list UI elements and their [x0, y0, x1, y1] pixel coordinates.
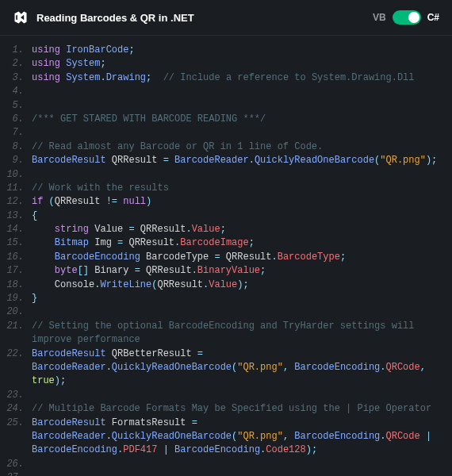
code-content: // Setting the optional BarcodeEncoding … — [32, 320, 446, 347]
header-bar: Reading Barcodes & QR in .NET VB C# — [0, 0, 452, 36]
code-line: 2.using System; — [6, 57, 446, 71]
line-number: 22. — [6, 347, 32, 361]
line-number: 21. — [6, 320, 32, 333]
code-content: BarcodeResult FormatsResult = BarcodeRea… — [32, 416, 446, 458]
code-line: 27. — [6, 471, 446, 476]
line-number: 5. — [6, 99, 32, 113]
line-number: 6. — [6, 113, 32, 126]
code-line: 16. BarcodeEncoding BarcodeType = QRResu… — [6, 251, 446, 264]
code-content: Bitmap Img = QRResult.BarcodeImage; — [32, 236, 446, 250]
code-content: Console.WriteLine(QRResult.Value); — [32, 278, 446, 292]
code-content: BarcodeResult QRBetterResult = BarcodeRe… — [32, 347, 446, 389]
line-number: 7. — [6, 126, 32, 140]
line-number: 4. — [6, 85, 32, 98]
line-number: 1. — [6, 44, 32, 57]
code-content: using System.Drawing; // Include a refer… — [32, 71, 446, 85]
code-line: 9.BarcodeResult QRResult = BarcodeReader… — [6, 154, 446, 167]
code-line: 24.// Multiple Barcode Formats May be Sp… — [6, 402, 446, 416]
code-content: BarcodeResult QRResult = BarcodeReader.Q… — [32, 154, 446, 167]
line-number: 20. — [6, 305, 32, 319]
code-line: 10. — [6, 168, 446, 182]
code-content: // Multiple Barcode Formats May be Speci… — [32, 402, 446, 416]
code-content: if (QRResult != null) — [32, 195, 446, 209]
code-content: { — [32, 209, 446, 223]
line-number: 13. — [6, 209, 32, 223]
code-line: 23. — [6, 389, 446, 402]
code-content — [32, 126, 446, 140]
code-line: 26. — [6, 458, 446, 471]
line-number: 27. — [6, 471, 32, 476]
line-number: 10. — [6, 168, 32, 182]
toggle-knob — [408, 12, 419, 23]
code-content — [32, 168, 446, 182]
code-line: 5. — [6, 99, 446, 113]
code-line: 4. — [6, 85, 446, 98]
line-number: 18. — [6, 278, 32, 292]
line-number: 8. — [6, 140, 32, 154]
line-number: 17. — [6, 264, 32, 278]
toggle-switch[interactable] — [393, 10, 421, 25]
visual-studio-icon — [13, 10, 29, 25]
code-content — [32, 99, 446, 113]
code-content — [32, 471, 446, 476]
code-line: 11.// Work with the results — [6, 182, 446, 195]
code-line: 13.{ — [6, 209, 446, 223]
line-number: 19. — [6, 292, 32, 305]
code-line: 21.// Setting the optional BarcodeEncodi… — [6, 320, 446, 347]
line-number: 23. — [6, 389, 32, 402]
line-number: 3. — [6, 71, 32, 85]
code-content: byte[] Binary = QRResult.BinaryValue; — [32, 264, 446, 278]
code-line: 3.using System.Drawing; // Include a ref… — [6, 71, 446, 85]
header-left: Reading Barcodes & QR in .NET — [13, 10, 194, 25]
code-content — [32, 305, 446, 319]
lang-cs-label[interactable]: C# — [427, 12, 439, 23]
line-number: 12. — [6, 195, 32, 209]
line-number: 25. — [6, 416, 32, 430]
code-content — [32, 389, 446, 402]
code-content: /*** GET STARED WITH BARCODE READING ***… — [32, 113, 446, 126]
code-content: BarcodeEncoding BarcodeType = QRResult.B… — [32, 251, 446, 264]
code-content — [32, 85, 446, 98]
code-line: 12.if (QRResult != null) — [6, 195, 446, 209]
line-number: 2. — [6, 57, 32, 71]
code-content: using IronBarCode; — [32, 44, 446, 57]
line-number: 15. — [6, 236, 32, 250]
line-number: 16. — [6, 251, 32, 264]
code-content: // Read almost any Barcode or QR in 1 li… — [32, 140, 446, 154]
code-line: 6./*** GET STARED WITH BARCODE READING *… — [6, 113, 446, 126]
line-number: 9. — [6, 154, 32, 167]
lang-vb-label[interactable]: VB — [373, 12, 386, 23]
code-line: 8.// Read almost any Barcode or QR in 1 … — [6, 140, 446, 154]
code-editor[interactable]: 1.using IronBarCode;2.using System;3.usi… — [0, 36, 452, 476]
code-line: 18. Console.WriteLine(QRResult.Value); — [6, 278, 446, 292]
code-line: 17. byte[] Binary = QRResult.BinaryValue… — [6, 264, 446, 278]
code-line: 22.BarcodeResult QRBetterResult = Barcod… — [6, 347, 446, 389]
code-line: 14. string Value = QRResult.Value; — [6, 223, 446, 236]
code-line: 20. — [6, 305, 446, 319]
code-line: 15. Bitmap Img = QRResult.BarcodeImage; — [6, 236, 446, 250]
line-number: 14. — [6, 223, 32, 236]
code-content: } — [32, 292, 446, 305]
code-line: 25.BarcodeResult FormatsResult = Barcode… — [6, 416, 446, 458]
code-content: // Work with the results — [32, 182, 446, 195]
code-content: string Value = QRResult.Value; — [32, 223, 446, 236]
line-number: 26. — [6, 458, 32, 471]
code-line: 19.} — [6, 292, 446, 305]
page-title: Reading Barcodes & QR in .NET — [36, 12, 194, 24]
language-toggle: VB C# — [373, 10, 439, 25]
code-content: using System; — [32, 57, 446, 71]
code-line: 7. — [6, 126, 446, 140]
code-content — [32, 458, 446, 471]
line-number: 24. — [6, 402, 32, 416]
code-line: 1.using IronBarCode; — [6, 44, 446, 57]
line-number: 11. — [6, 182, 32, 195]
